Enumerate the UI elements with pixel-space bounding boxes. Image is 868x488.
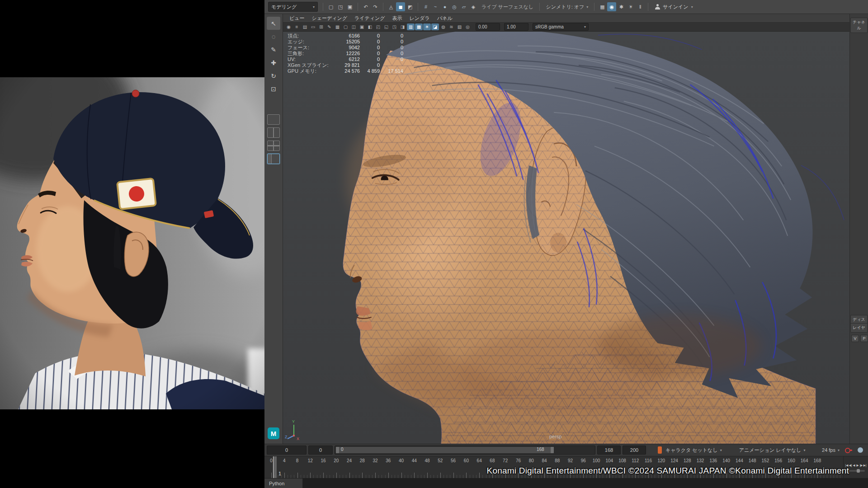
command-line-input[interactable] — [303, 479, 868, 488]
wireframe-on-shaded-icon[interactable]: ▥ — [407, 23, 415, 30]
select-component-icon[interactable]: ◩ — [406, 2, 415, 11]
channel-box-tab[interactable]: チャネル — [850, 18, 868, 33]
select-tool-icon[interactable]: ↖ — [267, 17, 280, 30]
range-slider-left-handle[interactable] — [336, 447, 339, 453]
safe-title-icon[interactable]: ◱ — [382, 23, 390, 30]
command-line-language[interactable]: Python — [264, 479, 303, 488]
motion-blur-icon[interactable]: ≋ — [448, 23, 455, 30]
hud-toggle-icon[interactable]: ◳ — [391, 23, 398, 30]
auto-keyframe-toggle[interactable] — [845, 447, 852, 453]
gamma-field[interactable]: 1.00 — [504, 23, 528, 31]
pause-icon[interactable]: ‖ — [636, 2, 645, 11]
resolution-gate-icon[interactable]: ◫ — [350, 23, 358, 30]
shadows-icon[interactable]: ◪ — [431, 23, 439, 30]
move-tool-icon[interactable]: ✚ — [267, 56, 280, 69]
fps-dropdown[interactable]: 24 fps ▾ — [820, 447, 841, 453]
depth-of-field-icon[interactable]: ◎ — [464, 23, 472, 30]
play-backward-button[interactable]: ◀ — [852, 463, 856, 468]
grid-icon[interactable]: ▦ — [334, 23, 341, 30]
menu-view[interactable]: ビュー — [286, 15, 308, 22]
camera-bookmarks-icon[interactable]: ▤ — [301, 23, 309, 30]
two-d-pan-zoom-icon[interactable]: ⊞ — [317, 23, 325, 30]
go-to-end-button[interactable]: ▶| — [863, 463, 867, 468]
camera-attributes-icon[interactable]: ≡ — [293, 23, 301, 30]
rotate-tool-icon[interactable]: ↻ — [267, 69, 280, 82]
lasso-tool-icon[interactable]: ◌ — [267, 30, 280, 43]
selection-icon-group: ◬◼◩ — [387, 2, 415, 11]
range-slider-active[interactable] — [336, 447, 554, 453]
animation-start-field[interactable]: 0 — [267, 446, 307, 455]
menu-show[interactable]: 表示 — [389, 15, 406, 22]
display-light-icon[interactable]: ☀ — [626, 2, 635, 11]
playback-column-button[interactable]: P — [860, 335, 868, 342]
animation-layer-dropdown[interactable]: アニメーション レイヤなし ▾ — [737, 447, 807, 454]
textured-icon[interactable]: ▩ — [415, 23, 423, 30]
animation-preferences-button[interactable] — [858, 447, 863, 453]
symmetry-dropdown[interactable]: シンメトリ: オフ ▾ — [543, 4, 591, 10]
lighting-icon[interactable]: ☀ — [423, 23, 431, 30]
redo-icon[interactable]: ↷ — [371, 2, 380, 11]
select-hierarchy-icon[interactable]: ◬ — [387, 2, 396, 11]
snap-curve-icon[interactable]: ~ — [431, 2, 440, 11]
viewport-3d[interactable]: 頂点:616600エッジ:1520500フェース:904200三角形:12226… — [283, 32, 849, 444]
two-pane-layout-button[interactable] — [267, 127, 280, 138]
open-scene-icon[interactable]: ◳ — [336, 2, 345, 11]
step-back-button[interactable]: ◀| — [849, 463, 852, 468]
four-pane-layout-button[interactable] — [267, 141, 280, 151]
step-forward-button[interactable]: |▶ — [859, 463, 863, 468]
animation-end-field[interactable]: 200 — [623, 446, 646, 455]
field-chart-icon[interactable]: ◧ — [366, 23, 374, 30]
scale-tool-icon[interactable]: ⊡ — [267, 82, 280, 95]
make-live-icon[interactable]: ◈ — [469, 2, 478, 11]
ipr-render-icon[interactable]: ◉ — [607, 2, 616, 11]
character-set-dropdown[interactable]: キャラクタ セットなし ▾ — [664, 447, 724, 454]
grease-pencil-icon[interactable]: ✎ — [326, 23, 333, 30]
select-object-icon[interactable]: ◼ — [396, 2, 405, 11]
undo-icon[interactable]: ↶ — [361, 2, 370, 11]
snap-view-plane-icon[interactable]: ▱ — [459, 2, 468, 11]
snap-point-icon[interactable]: ● — [440, 2, 449, 11]
screen-space-ao-icon[interactable]: ◍ — [439, 23, 447, 30]
range-slider-right-handle[interactable] — [551, 447, 554, 453]
image-plane-icon[interactable]: ▭ — [309, 23, 317, 30]
range-slider[interactable]: 0 168 — [335, 446, 595, 455]
playback-start-field[interactable]: 0 — [308, 446, 333, 455]
play-forward-button[interactable]: ▶ — [856, 463, 859, 468]
visibility-column-button[interactable]: V — [851, 335, 859, 342]
select-camera-icon[interactable]: ◉ — [285, 23, 292, 30]
outliner-persp-layout-button[interactable] — [267, 154, 280, 164]
menu-shading[interactable]: シェーディング — [308, 15, 351, 22]
view-transform-dropdown[interactable]: sRGB gamma ▾ — [533, 23, 589, 31]
character-set-icon[interactable] — [658, 446, 662, 454]
paint-select-tool-icon[interactable]: ✎ — [267, 43, 280, 56]
render-frame-icon[interactable]: ▦ — [598, 2, 607, 11]
playback-speed-knob[interactable] — [857, 469, 860, 473]
single-pane-layout-button[interactable] — [267, 114, 280, 125]
playback-end-field[interactable]: 168 — [597, 446, 621, 455]
menu-renderer[interactable]: レンダラ — [406, 15, 434, 22]
menu-panels[interactable]: パネル — [434, 15, 456, 22]
layer-tab[interactable]: レイヤ — [850, 323, 868, 333]
film-gate-icon[interactable]: ▢ — [342, 23, 349, 30]
sign-in-button[interactable]: サインイン ▾ — [651, 4, 696, 10]
safe-action-icon[interactable]: ◰ — [374, 23, 382, 30]
multisampling-icon[interactable]: ▧ — [456, 23, 463, 30]
snap-projected-center-icon[interactable]: ◎ — [450, 2, 459, 11]
view-transform-label: sRGB gamma — [535, 24, 564, 29]
playback-speed-slider[interactable] — [847, 470, 865, 472]
menu-set-selector[interactable]: モデリング ▾ — [268, 2, 318, 12]
snap-grid-icon[interactable]: # — [421, 2, 430, 11]
exposure-field[interactable]: 0.00 — [476, 23, 500, 31]
timeline-tick — [323, 473, 324, 478]
poly-count-hud: 頂点:616600エッジ:1520500フェース:904200三角形:12226… — [288, 33, 403, 74]
new-scene-icon[interactable]: ▢ — [326, 2, 335, 11]
save-scene-icon[interactable]: ▣ — [345, 2, 354, 11]
xray-icon[interactable]: ◨ — [399, 23, 406, 30]
menu-lighting[interactable]: ライティング — [351, 15, 389, 22]
live-surface-button[interactable]: ライブ サーフェスなし — [479, 4, 536, 10]
render-settings-icon[interactable]: ✱ — [617, 2, 626, 11]
chevron-down-icon: ▾ — [586, 5, 588, 9]
current-time-marker[interactable] — [273, 456, 277, 478]
timeline-frame-label: 92 — [568, 458, 573, 463]
gate-mask-icon[interactable]: ▣ — [358, 23, 366, 30]
